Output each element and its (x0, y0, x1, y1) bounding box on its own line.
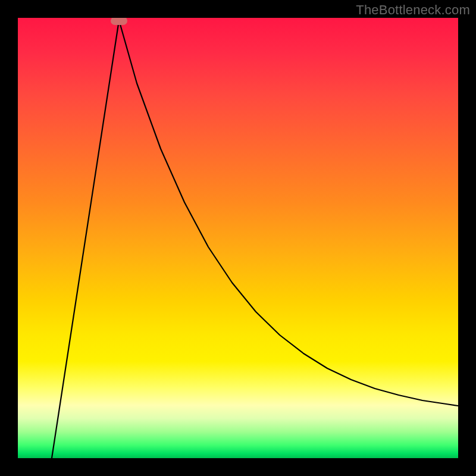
watermark-text: TheBottleneck.com (356, 2, 470, 18)
chart-frame: TheBottleneck.com (0, 0, 476, 476)
optimum-marker (111, 18, 127, 25)
plot-area (18, 18, 458, 458)
gradient-background (18, 18, 458, 458)
